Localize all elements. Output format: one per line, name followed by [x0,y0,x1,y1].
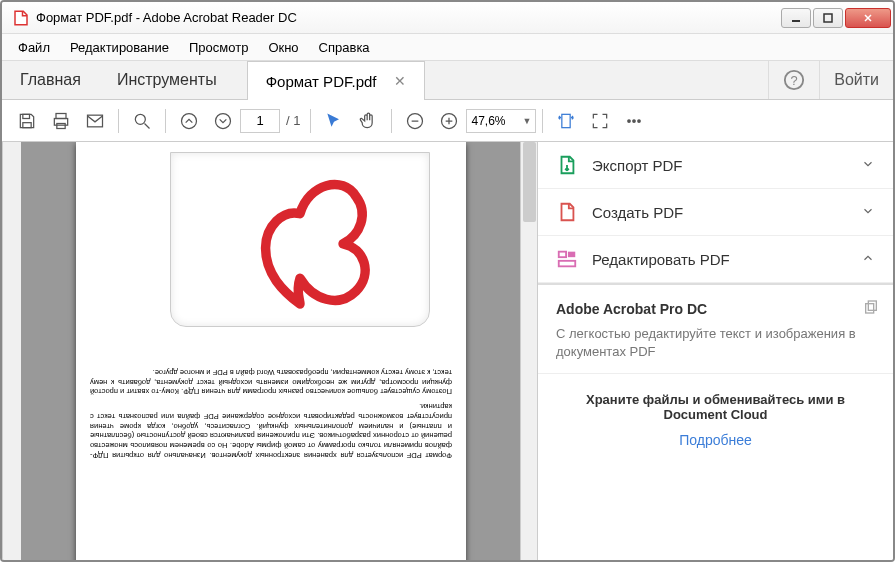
tab-document[interactable]: Формат PDF.pdf ✕ [247,61,426,100]
zoom-select[interactable]: 47,6%▼ [466,109,536,133]
svg-point-22 [628,119,631,122]
zoom-in-button[interactable] [432,104,466,138]
fit-page-button[interactable] [583,104,617,138]
chevron-down-icon [861,204,875,221]
promo-body: С легкостью редактируйте текст и изображ… [556,325,875,361]
title-bar: Формат PDF.pdf - Adobe Acrobat Reader DC [2,2,893,34]
svg-rect-25 [559,252,566,257]
pdf-logo [170,152,430,327]
help-button[interactable]: ? [768,61,819,99]
svg-text:?: ? [791,73,798,88]
duplicate-icon[interactable] [863,299,879,319]
cloud-title: Храните файлы и обменивайтесь ими в Docu… [556,392,875,422]
tab-close-icon[interactable]: ✕ [394,73,406,89]
menu-edit[interactable]: Редактирование [60,37,179,58]
scrollbar-thumb[interactable] [523,142,536,222]
svg-rect-21 [562,114,570,127]
chevron-down-icon: ▼ [523,116,532,126]
sp-create-pdf[interactable]: Создать PDF [538,189,893,236]
tab-row: Главная Инструменты Формат PDF.pdf ✕ ? В… [2,60,893,100]
page-input[interactable] [240,109,280,133]
more-tools-button[interactable] [617,104,651,138]
menu-file[interactable]: Файл [8,37,60,58]
svg-point-23 [633,119,636,122]
main-area: Формат PDF используется для хранения эле… [2,142,893,560]
tab-tools[interactable]: Инструменты [99,61,235,99]
svg-rect-7 [23,122,31,127]
adobe-logo-icon [210,162,390,317]
sp-edit-pdf[interactable]: Редактировать PDF [538,236,893,283]
fit-width-button[interactable] [549,104,583,138]
vertical-scrollbar[interactable] [520,142,537,560]
page-down-button[interactable] [206,104,240,138]
window-title: Формат PDF.pdf - Adobe Acrobat Reader DC [36,10,781,25]
svg-point-15 [216,113,231,128]
edit-pdf-icon [556,248,578,270]
svg-line-13 [145,123,150,128]
mail-button[interactable] [78,104,112,138]
svg-rect-11 [88,115,103,127]
tab-document-label: Формат PDF.pdf [266,73,377,90]
chevron-up-icon [861,251,875,268]
document-text: Формат PDF используется для хранения эле… [90,367,452,460]
document-view: Формат PDF используется для хранения эле… [2,142,537,560]
sp-promo: Adobe Acrobat Pro DC С легкостью редакти… [538,285,893,373]
minimize-button[interactable] [781,8,811,28]
side-panel: Экспорт PDF Создать PDF Редактировать PD… [537,142,893,560]
create-pdf-icon [556,201,578,223]
save-button[interactable] [10,104,44,138]
document-scroll[interactable]: Формат PDF используется для хранения эле… [21,142,520,560]
page-1: Формат PDF используется для хранения эле… [76,142,466,560]
paragraph: Поэтому существует большое количество ра… [90,367,452,396]
sp-label: Экспорт PDF [592,157,861,174]
menu-window[interactable]: Окно [258,37,308,58]
sp-export-pdf[interactable]: Экспорт PDF [538,142,893,189]
chevron-down-icon [861,157,875,174]
svg-rect-10 [57,123,65,128]
help-icon: ? [783,69,805,91]
print-button[interactable] [44,104,78,138]
promo-title: Adobe Acrobat Pro DC [556,301,875,317]
svg-rect-27 [559,261,576,267]
svg-rect-28 [868,301,876,310]
menu-bar: Файл Редактирование Просмотр Окно Справк… [2,34,893,60]
svg-rect-6 [23,114,30,118]
sp-label: Создать PDF [592,204,861,221]
cloud-link[interactable]: Подробнее [556,432,875,448]
sp-label: Редактировать PDF [592,251,861,268]
search-button[interactable] [125,104,159,138]
window-controls [781,8,891,28]
svg-point-24 [638,119,641,122]
menu-help[interactable]: Справка [309,37,380,58]
svg-rect-29 [866,304,874,313]
login-button[interactable]: Войти [819,61,893,99]
svg-point-12 [135,114,145,124]
svg-rect-8 [56,113,66,118]
paragraph: Формат PDF используется для хранения эле… [90,401,452,460]
page-up-button[interactable] [172,104,206,138]
selection-tool-button[interactable] [317,104,351,138]
page-total: / 1 [286,113,300,128]
export-pdf-icon [556,154,578,176]
tab-home[interactable]: Главная [2,61,99,99]
app-icon [12,9,30,27]
menu-view[interactable]: Просмотр [179,37,258,58]
svg-rect-1 [824,14,832,22]
svg-rect-26 [568,252,575,257]
close-button[interactable] [845,8,891,28]
toolbar: / 1 47,6%▼ [2,100,893,142]
nav-pane-toggle[interactable] [2,142,21,560]
zoom-value: 47,6% [471,114,505,128]
maximize-button[interactable] [813,8,843,28]
hand-tool-button[interactable] [351,104,385,138]
sp-cloud: Храните файлы и обменивайтесь ими в Docu… [538,373,893,466]
svg-point-14 [182,113,197,128]
zoom-out-button[interactable] [398,104,432,138]
